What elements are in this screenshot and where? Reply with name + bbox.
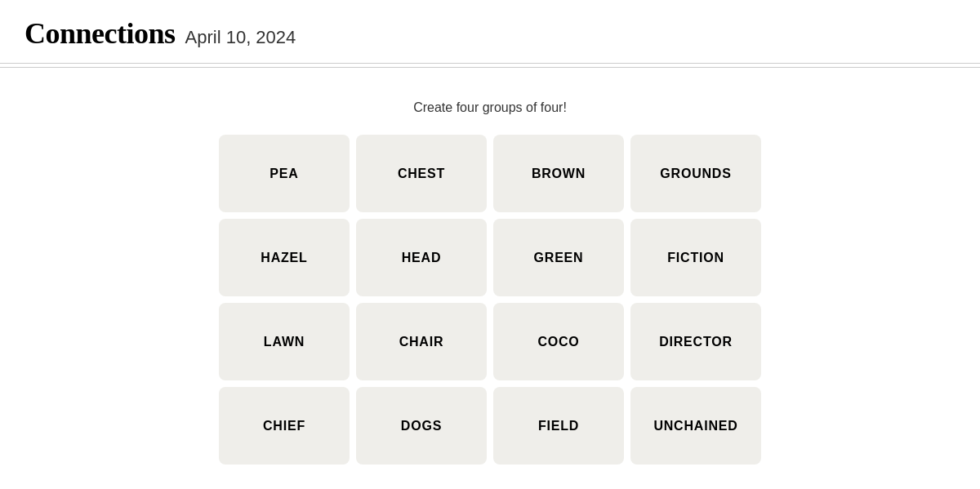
tile-brown[interactable]: BROWN (493, 135, 624, 212)
tile-pea[interactable]: PEA (219, 135, 350, 212)
tile-label-hazel: HAZEL (261, 251, 307, 265)
tile-label-dogs: DOGS (401, 419, 442, 433)
tile-hazel[interactable]: HAZEL (219, 219, 350, 296)
page-header: Connections April 10, 2024 (0, 0, 980, 63)
tile-coco[interactable]: COCO (493, 303, 624, 380)
tile-grounds[interactable]: GROUNDS (630, 135, 761, 212)
tile-green[interactable]: GREEN (493, 219, 624, 296)
tile-director[interactable]: DIRECTOR (630, 303, 761, 380)
divider-top (0, 63, 980, 64)
tile-label-field: FIELD (538, 419, 579, 433)
tile-lawn[interactable]: LAWN (219, 303, 350, 380)
tile-unchained[interactable]: UNCHAINED (630, 387, 761, 465)
word-grid: PEACHESTBROWNGROUNDSHAZELHEADGREENFICTIO… (219, 135, 761, 465)
page-date: April 10, 2024 (185, 27, 296, 48)
page-title: Connections (24, 16, 176, 51)
tile-chief[interactable]: CHIEF (219, 387, 350, 465)
tile-label-unchained: UNCHAINED (653, 419, 737, 433)
tile-chest[interactable]: CHEST (356, 135, 487, 212)
tile-label-grounds: GROUNDS (660, 167, 731, 181)
tile-label-chair: CHAIR (399, 335, 444, 349)
tile-label-fiction: FICTION (667, 251, 724, 265)
tile-label-brown: BROWN (532, 167, 586, 181)
tile-chair[interactable]: CHAIR (356, 303, 487, 380)
tile-label-coco: COCO (537, 335, 579, 349)
main-content: Create four groups of four! PEACHESTBROW… (0, 68, 980, 489)
tile-label-lawn: LAWN (264, 335, 305, 349)
subtitle: Create four groups of four! (413, 100, 567, 115)
tile-label-green: GREEN (534, 251, 584, 265)
tile-label-head: HEAD (402, 251, 442, 265)
tile-label-director: DIRECTOR (659, 335, 733, 349)
tile-field[interactable]: FIELD (493, 387, 624, 465)
tile-fiction[interactable]: FICTION (630, 219, 761, 296)
tile-label-chief: CHIEF (263, 419, 305, 433)
tile-dogs[interactable]: DOGS (356, 387, 487, 465)
tile-label-chest: CHEST (398, 167, 445, 181)
tile-label-pea: PEA (270, 167, 298, 181)
tile-head[interactable]: HEAD (356, 219, 487, 296)
